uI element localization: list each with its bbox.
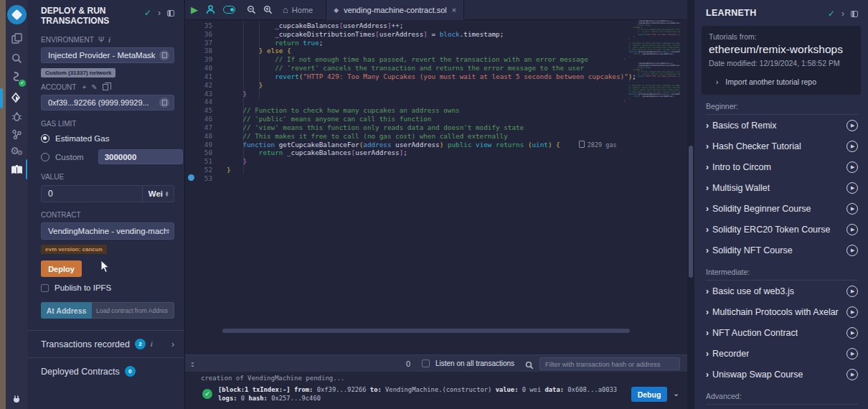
chevron-right-icon[interactable]: › (706, 349, 709, 359)
tx-log-entry[interactable]: [block:1 txIndex:-] from: 0xf39...92266 … (218, 386, 627, 403)
settings-icon[interactable]: ⚙⚙ (6, 142, 27, 159)
line-number[interactable]: 41 (185, 72, 212, 81)
close-icon[interactable]: × (452, 6, 456, 14)
plugin-manager-icon[interactable] (6, 126, 27, 143)
chevron-right-icon[interactable]: › (171, 339, 174, 349)
chevron-right-icon[interactable]: › (706, 121, 709, 131)
line-number[interactable]: 43 (185, 90, 212, 98)
add-account-icon[interactable]: + (82, 83, 86, 91)
listen-all-checkbox[interactable] (422, 359, 430, 367)
tutorial-item[interactable]: ›Solidity Beginner Course▶ (706, 198, 858, 219)
horizontal-scrollbar[interactable] (222, 329, 630, 333)
tutorial-item[interactable]: ›All about Proxy Contracts▶ (706, 405, 858, 409)
panel-scrollbar[interactable] (687, 0, 694, 409)
chevron-right-icon[interactable]: › (706, 286, 709, 296)
info-icon[interactable]: i (151, 341, 153, 348)
play-icon[interactable]: ▶ (846, 306, 858, 318)
tutorial-item[interactable]: ›Intro to Circom▶ (706, 156, 858, 177)
file-explorer-icon[interactable] (6, 29, 27, 47)
line-number[interactable]: 39 (185, 55, 212, 64)
at-address-button[interactable]: At Address (41, 302, 92, 319)
line-number[interactable]: 50 (185, 149, 212, 157)
line-number[interactable]: 49 (185, 141, 212, 149)
debugger-icon[interactable] (6, 108, 27, 125)
line-number[interactable]: 44 (185, 98, 212, 106)
deploy-run-icon[interactable] (6, 90, 27, 107)
remix-logo-icon[interactable] (7, 5, 27, 24)
at-address-input[interactable] (92, 302, 174, 319)
solidity-compiler-icon[interactable]: ✓ (6, 68, 27, 85)
line-number[interactable]: 45 (185, 106, 212, 115)
line-number[interactable]: 37 (185, 39, 212, 47)
line-number[interactable]: 46 (185, 115, 212, 123)
line-number[interactable]: 38 (185, 47, 212, 55)
copy-icon[interactable] (159, 50, 169, 60)
custom-gas-input[interactable] (98, 149, 183, 164)
chevron-right-icon[interactable]: › (706, 141, 709, 151)
info-icon[interactable]: i (108, 37, 110, 44)
play-icon[interactable]: ▶ (846, 327, 858, 339)
tutorial-item[interactable]: ›Multisig Wallet▶ (706, 177, 858, 198)
chevron-right-icon[interactable]: › (706, 307, 709, 317)
play-icon[interactable]: ▶ (846, 161, 858, 173)
line-number[interactable]: 48 (185, 132, 212, 141)
line-number[interactable]: 36 (185, 30, 212, 39)
chevron-right-icon[interactable]: › (706, 162, 709, 172)
tab-vending-machine-contract[interactable]: ◆ vending-machine-contract.sol × (326, 0, 464, 20)
tutorial-item[interactable]: ›Solidity ERC20 Token Course▶ (706, 219, 858, 240)
fork-environment-icon[interactable]: Ψ (98, 36, 104, 44)
ai-toggle-icon[interactable] (223, 6, 235, 14)
pin-panel-icon[interactable] (167, 10, 174, 17)
play-icon[interactable]: ▶ (846, 369, 858, 380)
tutorial-item[interactable]: ›Uniswap Swap Course▶ (706, 364, 858, 385)
run-script-icon[interactable]: ▶ (191, 4, 198, 15)
tutorial-item[interactable]: ›Basic use of web3.js▶ (706, 281, 858, 301)
line-number[interactable]: 47 (185, 123, 212, 132)
tutorial-item[interactable]: ›Multichain Protocols with Axelar▶ (706, 301, 858, 322)
tutorial-item[interactable]: ›Basics of Remix▶ (706, 115, 858, 136)
play-icon[interactable]: ▶ (846, 286, 858, 297)
deploy-button[interactable]: Deploy (41, 260, 82, 277)
code-editor[interactable]: 35363738394041424344454647484950515253 _… (185, 20, 687, 349)
play-icon[interactable]: ▶ (846, 224, 858, 235)
play-icon[interactable]: ▶ (846, 182, 858, 194)
play-icon[interactable]: ▶ (846, 203, 858, 215)
line-number[interactable]: 51 (185, 157, 212, 166)
debug-button[interactable]: Debug (631, 387, 667, 402)
learneth-plugin-icon[interactable] (6, 161, 27, 178)
value-input[interactable] (41, 185, 143, 202)
play-icon[interactable]: ▶ (846, 141, 858, 152)
chevron-right-icon[interactable]: › (706, 245, 709, 255)
home-tab[interactable]: ⌂ Home (283, 4, 313, 15)
chevron-down-icon[interactable]: ⌄ (673, 389, 679, 398)
import-tutorial-repo[interactable]: › Import another tutorial repo (709, 77, 854, 86)
tutorial-item[interactable]: ›Solidity NFT Course▶ (706, 240, 858, 260)
sign-message-icon[interactable]: ✎ (91, 83, 97, 91)
terminal-filter-input[interactable] (539, 357, 680, 370)
tutorial-item[interactable]: ›Recorder▶ (706, 343, 858, 364)
line-number[interactable]: 52 (185, 166, 212, 174)
transactions-recorded-section[interactable]: Transactions recorded 2 i › (27, 330, 184, 357)
chevron-right-icon[interactable]: › (706, 370, 709, 380)
value-unit-select[interactable]: Wei ▴▾ (143, 185, 174, 202)
chevron-right-icon[interactable]: › (706, 204, 709, 214)
chevron-right-icon[interactable]: › (158, 8, 161, 18)
terminal[interactable]: creation of VendingMachine pending... ✓ … (185, 372, 687, 409)
chevron-right-icon[interactable]: › (706, 328, 709, 338)
chevron-right-icon[interactable]: › (841, 9, 844, 19)
pin-panel-icon[interactable] (851, 11, 858, 17)
zoom-in-icon[interactable] (263, 5, 273, 14)
environment-select[interactable]: Injected Provider - MetaMask (41, 47, 174, 63)
account-select[interactable]: 0xf39...92266 (9999.99929... (41, 95, 174, 111)
line-number[interactable]: 42 (185, 81, 212, 90)
remix-ai-assistant-icon[interactable] (205, 4, 216, 15)
play-icon[interactable]: ▶ (846, 245, 858, 256)
tutorial-item[interactable]: ›NFT Auction Contract▶ (706, 322, 858, 343)
play-icon[interactable]: ▶ (846, 120, 858, 131)
minimap[interactable]: _cupcakeBalances[userAddress]++; _cupcak… (624, 20, 680, 349)
expand-terminal-icon[interactable]: ⌄⌄ (190, 361, 195, 367)
estimated-gas-radio[interactable] (41, 134, 49, 143)
zoom-out-icon[interactable] (247, 5, 256, 14)
tutorial-item[interactable]: ›Hash Checker Tutorial▶ (706, 136, 858, 156)
line-number[interactable]: 35 (185, 22, 212, 30)
